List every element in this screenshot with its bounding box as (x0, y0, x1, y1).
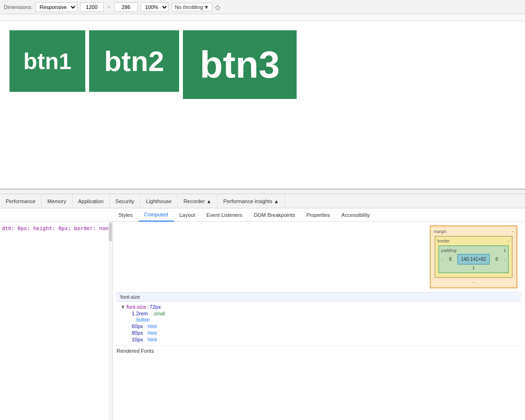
height-input[interactable] (114, 2, 138, 12)
tab-application[interactable]: Application (72, 194, 110, 208)
css-prop-header: font-size (117, 292, 521, 302)
tab-dom-breakpoints[interactable]: DOM Breakpoints (248, 208, 301, 222)
css-child-row-2: 60px html (120, 323, 517, 330)
box-model-container: margin – border – padding 1 (430, 225, 517, 288)
box-model-padding: padding 1 – 6 140.141×82 6 – (438, 245, 509, 273)
child-val-2: 60px (132, 323, 143, 329)
tab-security[interactable]: Security (110, 194, 141, 208)
tab-performance-insights[interactable]: Performance insights ▲ (217, 194, 285, 208)
box-model-content: 140.141×82 (457, 254, 490, 265)
dom-scrollbar[interactable] (109, 222, 112, 420)
dom-code-text: dth: 0px; height: 0px; border: non (2, 225, 109, 232)
tab-layout[interactable]: Layout (174, 208, 201, 222)
css-child-row-4: 10px html (120, 336, 517, 343)
border-row: border – (437, 239, 510, 243)
main-prop-value: 72px (150, 304, 161, 310)
css-prop-group: ▼ font-size : 72px 1.2rem .small button … (117, 303, 521, 344)
dimensions-label: Dimensions: (4, 4, 33, 10)
child-source-0: .small (153, 311, 165, 316)
tab-accessibility[interactable]: Accessibility (336, 208, 376, 222)
throttle-button[interactable]: No throttling ▼ (172, 3, 212, 11)
border-dash: – (507, 239, 510, 243)
rotate-button[interactable]: ◇ (215, 3, 220, 11)
section-label: font-size (120, 294, 140, 300)
padding-label: padding (441, 248, 456, 253)
main-prop-name: font-size (127, 304, 146, 310)
margin-label: margin (434, 229, 447, 234)
width-input[interactable] (80, 2, 104, 12)
dom-code: dth: 0px; height: 0px; border: non (0, 222, 112, 235)
bottom-padding: 1 (441, 266, 506, 270)
dimension-separator: × (108, 4, 110, 10)
sub-tab-bar: Styles Computed Layout Event Listeners D… (0, 208, 525, 222)
devtools-body: dth: 0px; height: 0px; border: non margi… (0, 222, 525, 420)
box-model-margin: margin – border – padding 1 (430, 225, 517, 288)
resize-handle[interactable]: ⋯ (0, 189, 525, 194)
padding-row: padding 1 (441, 248, 506, 253)
child-source-4: html (148, 337, 157, 342)
tab-performance[interactable]: Performance (0, 194, 42, 208)
zoom-select[interactable]: 100% (141, 2, 169, 12)
child-source-3: html (148, 331, 157, 336)
child-source-1: button (136, 317, 150, 322)
css-child-row-3: 80px html (120, 330, 517, 336)
handle-icon: ⋯ (260, 189, 265, 195)
child-val-3: 80px (132, 330, 143, 336)
css-child-row-0: 1.2rem .small (120, 310, 517, 317)
css-main-prop-row: ▼ font-size : 72px (120, 304, 517, 310)
child-source-2: html (148, 324, 157, 329)
btn3-preview[interactable]: btn3 (183, 30, 297, 99)
throttle-arrow: ▼ (204, 4, 209, 10)
border-label: border (437, 239, 450, 243)
btn2-preview[interactable]: btn2 (89, 30, 179, 92)
rendered-fonts-label: Rendered Fonts (117, 348, 154, 354)
child-val-0: 1.2rem (132, 311, 148, 316)
left-value: 6 (449, 257, 452, 262)
tab-event-listeners[interactable]: Event Listeners (201, 208, 248, 222)
box-model-border: border – padding 1 – 6 (434, 236, 513, 278)
content-size: 140.141×82 (461, 257, 486, 262)
margin-row: margin – (434, 229, 514, 234)
right-value: 6 (496, 257, 498, 262)
margin-bottom-dash: – (434, 280, 514, 285)
css-prop-section: font-size ▼ font-size : 72px 1.2rem .sma… (113, 292, 525, 344)
dimensions-select[interactable]: Responsive (36, 2, 77, 12)
devtools-tab-bar: Performance Memory Application Security … (0, 194, 525, 208)
tab-styles[interactable]: Styles (113, 208, 138, 222)
preview-area: btn1 btn2 btn3 (0, 14, 525, 189)
dom-panel: dth: 0px; height: 0px; border: non (0, 222, 113, 420)
child-val-4: 10px (132, 337, 143, 342)
left-outer-dash: – (441, 257, 444, 262)
throttle-label: No throttling (175, 4, 203, 10)
preview-content: btn1 btn2 btn3 (0, 21, 525, 99)
ruler (0, 14, 525, 21)
margin-dash: – (511, 229, 514, 234)
content-row: – 6 140.141×82 6 – (441, 254, 506, 265)
padding-value: 1 (504, 248, 506, 253)
tab-memory[interactable]: Memory (42, 194, 72, 208)
toolbar: Dimensions: Responsive × 100% No throttl… (0, 0, 525, 14)
dom-scrollbar-thumb[interactable] (109, 223, 112, 241)
computed-panel[interactable]: margin – border – padding 1 (113, 222, 525, 420)
tab-properties[interactable]: Properties (300, 208, 335, 222)
css-child-row-1: button (120, 317, 517, 323)
tab-computed[interactable]: Computed (138, 208, 174, 222)
btn1-preview[interactable]: btn1 (9, 30, 85, 92)
right-outer-dash: – (504, 257, 506, 262)
tab-lighthouse[interactable]: Lighthouse (140, 194, 178, 208)
rendered-fonts-section: Rendered Fonts (113, 346, 525, 356)
expand-arrow[interactable]: ▼ (120, 304, 126, 310)
tab-recorder[interactable]: Recorder ▲ (178, 194, 217, 208)
